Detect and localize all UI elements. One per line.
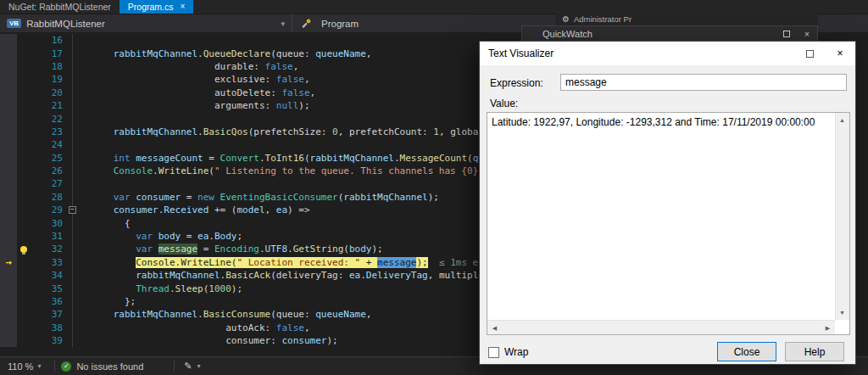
quick-actions-margin <box>17 99 31 112</box>
help-button[interactable]: Help <box>785 342 844 361</box>
expression-input[interactable] <box>560 74 847 91</box>
document-health-indicator[interactable]: ✓ No issues found <box>61 361 143 372</box>
maximize-button[interactable] <box>776 26 797 42</box>
quick-actions-margin <box>17 308 31 321</box>
quick-actions-margin <box>17 126 31 138</box>
line-number: 39 <box>31 335 66 346</box>
vertical-scrollbar[interactable]: ▲ ▼ <box>835 113 849 320</box>
breakpoint-margin[interactable] <box>0 204 17 216</box>
close-tab-icon[interactable]: × <box>181 3 186 11</box>
breakpoint-margin[interactable] <box>0 295 17 308</box>
breakpoint-margin[interactable] <box>0 34 17 47</box>
quick-actions-margin <box>17 204 31 216</box>
breakpoint-margin[interactable] <box>0 73 17 86</box>
tab-nuget-rabbitmqlistener[interactable]: NuGet: RabbitMQListener <box>0 0 120 14</box>
dialog-titlebar[interactable]: Text Visualizer × <box>480 42 855 65</box>
breakpoint-margin[interactable] <box>0 191 17 204</box>
breakpoint-margin[interactable] <box>0 47 17 59</box>
collapse-icon[interactable]: − <box>69 206 76 214</box>
breakpoint-margin[interactable]: → <box>0 256 17 269</box>
maximize-button[interactable] <box>794 42 825 65</box>
line-number: 29 <box>31 204 66 215</box>
line-number: 35 <box>31 283 66 294</box>
quick-actions-margin <box>17 34 31 47</box>
quick-actions-margin <box>17 60 31 73</box>
dialog-window-buttons: × <box>794 42 855 65</box>
wrap-checkbox[interactable] <box>488 347 499 358</box>
quick-actions-margin <box>17 138 31 151</box>
scroll-up-icon[interactable]: ▲ <box>835 113 849 127</box>
project-icon: VB <box>7 19 21 29</box>
outline-margin <box>66 191 80 204</box>
tab-program-cs[interactable]: Program.cs × <box>120 0 194 14</box>
line-number: 37 <box>31 309 66 320</box>
value-label: Value: <box>490 98 518 109</box>
quick-actions-margin <box>17 334 31 347</box>
document-tab-bar: NuGet: RabbitMQListener Program.cs × <box>0 0 868 14</box>
lightbulb-icon[interactable] <box>20 246 27 253</box>
quick-actions-margin <box>17 165 31 177</box>
zoom-control[interactable]: 110 % ▾ <box>0 361 48 372</box>
scroll-down-icon[interactable]: ▼ <box>835 305 849 320</box>
quick-actions-margin <box>17 243 31 255</box>
quick-actions-margin <box>17 191 31 204</box>
line-number: 24 <box>31 139 66 150</box>
breakpoint-margin[interactable] <box>0 308 17 321</box>
tab-label: Program.cs <box>128 2 174 12</box>
breakpoint-margin[interactable] <box>0 60 17 73</box>
text-visualizer-dialog: Text Visualizer × Expression: Value: Lat… <box>479 41 856 365</box>
outline-margin <box>66 177 80 190</box>
current-statement-arrow-icon: → <box>5 257 11 267</box>
breakpoint-margin[interactable] <box>0 152 17 165</box>
dialog-title: Text Visualizer <box>488 48 554 59</box>
outline-margin <box>66 47 80 59</box>
outline-margin <box>66 334 80 347</box>
breakpoint-margin[interactable] <box>0 87 17 99</box>
breakpoint-margin[interactable] <box>0 334 17 347</box>
divider <box>54 361 55 372</box>
breakpoint-margin[interactable] <box>0 177 17 190</box>
close-dialog-button[interactable]: Close <box>717 342 776 361</box>
outline-margin <box>66 230 80 243</box>
close-icon: × <box>837 48 843 59</box>
scroll-left-icon[interactable]: ◀ <box>487 321 502 335</box>
breakpoint-margin[interactable] <box>0 216 17 229</box>
editor-mode-control[interactable]: ✎ ▾ <box>181 361 203 372</box>
breakpoint-margin[interactable] <box>0 165 17 177</box>
breakpoint-margin[interactable] <box>0 112 17 125</box>
chevron-down-icon: ▾ <box>198 362 201 370</box>
outline-margin <box>66 34 80 47</box>
scroll-right-icon[interactable]: ▶ <box>821 321 835 335</box>
horizontal-scrollbar[interactable]: ◀ ▶ <box>487 320 835 334</box>
breakpoint-margin[interactable] <box>0 269 17 282</box>
quick-actions-margin <box>17 256 31 269</box>
breakpoint-margin[interactable] <box>0 243 17 255</box>
close-button[interactable]: × <box>797 26 817 42</box>
line-number: 22 <box>31 114 66 125</box>
quick-actions-margin <box>17 47 31 59</box>
close-icon: × <box>804 30 810 39</box>
breakpoint-margin[interactable] <box>0 138 17 151</box>
line-number: 32 <box>31 243 66 255</box>
member-icon <box>301 19 311 29</box>
background-window-titlebar: ⚙ Administrator Pr <box>555 13 818 25</box>
quickwatch-titlebar[interactable]: QuickWatch × <box>522 26 817 42</box>
line-number: 30 <box>31 218 66 229</box>
breakpoint-margin[interactable] <box>0 230 17 243</box>
quick-actions-margin <box>17 112 31 125</box>
breakpoint-margin[interactable] <box>0 126 17 138</box>
line-number: 25 <box>31 153 66 164</box>
outline-margin <box>66 295 80 308</box>
breakpoint-margin[interactable] <box>0 99 17 112</box>
close-button[interactable]: × <box>825 42 855 65</box>
member-dropdown[interactable]: Program <box>292 14 367 32</box>
zoom-level: 110 % <box>8 361 33 372</box>
line-number: 16 <box>31 35 66 46</box>
line-number: 19 <box>31 74 66 85</box>
project-dropdown[interactable]: VB RabbitMQListener ▾ <box>0 14 292 32</box>
quick-actions-margin <box>17 152 31 165</box>
breakpoint-margin[interactable] <box>0 322 17 334</box>
quickwatch-title: QuickWatch <box>542 29 593 39</box>
value-viewer[interactable]: Latitude: 1922,97, Longitude: -1293,312 … <box>487 112 850 335</box>
breakpoint-margin[interactable] <box>0 282 17 294</box>
